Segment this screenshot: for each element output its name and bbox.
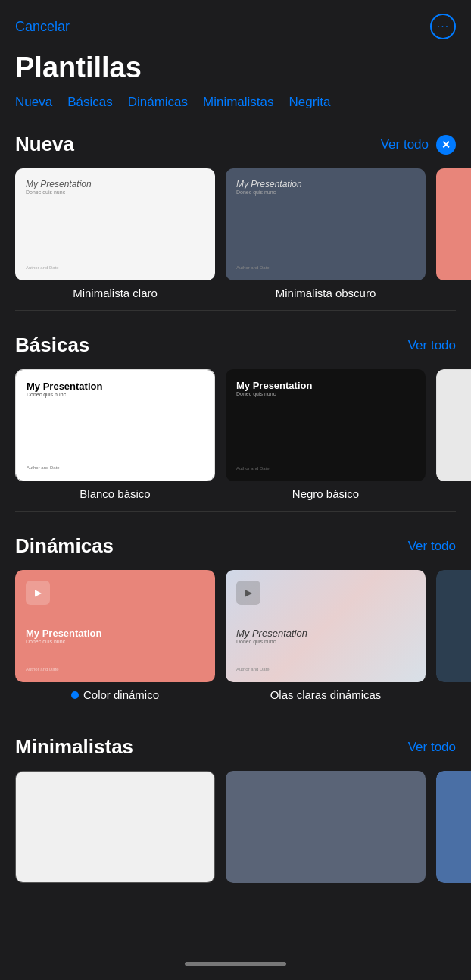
- play-icon-color: ▶: [26, 581, 50, 605]
- thumb-dynamic-waves-subtitle: Donec quis nunc: [236, 639, 415, 644]
- template-thumb-dark-partial: [436, 570, 471, 682]
- dynamic-color-label-text: Color dinámico: [83, 688, 159, 701]
- template-partial-pink[interactable]: [436, 168, 471, 299]
- section-dinamicas: Dinámicas Ver todo ▶ My Presentation Don…: [0, 524, 471, 712]
- section-minimalistas: Minimalistas Ver todo: [0, 725, 471, 894]
- thumb-pres-subtitle-dark: Donec quis nunc: [236, 189, 415, 195]
- template-dynamic-waves[interactable]: ▶ My Presentation Donec quis nunc Author…: [226, 570, 426, 701]
- thumb-dynamic-waves-title: My Presentation: [236, 628, 415, 639]
- template-label-basic-black: Negro básico: [292, 487, 359, 500]
- thumb-basic-black-title: My Presentation: [236, 380, 415, 391]
- template-basic-black[interactable]: My Presentation Donec quis nunc Author a…: [226, 369, 426, 500]
- template-partial-white[interactable]: [436, 369, 471, 500]
- template-minimalist-light[interactable]: My Presentation Donec quis nunc Author a…: [15, 168, 215, 299]
- tab-minimalistas[interactable]: Minimalistas: [203, 95, 274, 110]
- template-label-dynamic-waves: Olas claras dinámicas: [270, 688, 382, 701]
- home-indicator: [185, 962, 286, 966]
- template-min2-dark[interactable]: [226, 771, 426, 883]
- template-min2-light[interactable]: [15, 771, 215, 883]
- basicas-templates-row: My Presentation Donec quis nunc Author a…: [15, 369, 456, 511]
- selected-dot: [71, 691, 79, 699]
- template-thumb-white-partial: [436, 369, 471, 481]
- section-basicas: Básicas Ver todo My Presentation Donec q…: [0, 323, 471, 511]
- more-dots-icon: ···: [437, 20, 449, 33]
- template-thumb-min2-accent: [436, 771, 471, 883]
- page-title: Plantillas: [0, 47, 471, 95]
- thumb-basic-white-subtitle: Donec quis nunc: [27, 392, 204, 397]
- template-thumb-dynamic-color: ▶ My Presentation Donec quis nunc Author…: [15, 570, 215, 682]
- thumb-dynamic-color-author: Author and Date: [26, 667, 204, 672]
- thumb-basic-white-author: Author and Date: [27, 465, 204, 470]
- template-thumb-dynamic-waves: ▶ My Presentation Donec quis nunc Author…: [226, 570, 426, 682]
- ver-todo-nueva[interactable]: Ver todo: [381, 137, 429, 152]
- cancel-button[interactable]: Cancelar: [15, 19, 70, 35]
- thumb-pres-author-dark: Author and Date: [236, 265, 415, 270]
- category-tabs: Nueva Básicas Dinámicas Minimalistas Neg…: [0, 95, 471, 122]
- more-options-button[interactable]: ···: [430, 14, 456, 39]
- section-nueva-title: Nueva: [15, 133, 74, 156]
- close-nueva-badge[interactable]: ✕: [436, 135, 456, 155]
- template-label-dynamic-color: Color dinámico: [71, 688, 159, 701]
- close-icon: ✕: [441, 139, 451, 151]
- thumb-pres-subtitle: Donec quis nunc: [26, 189, 204, 195]
- thumb-dynamic-waves-author: Author and Date: [236, 667, 415, 672]
- thumb-pres-title: My Presentation: [26, 179, 204, 189]
- thumb-basic-white-title: My Presentation: [27, 380, 204, 392]
- template-thumb-pink-partial: [436, 168, 471, 280]
- template-thumb-min2-dark: [226, 771, 426, 883]
- template-label-minimalist-light: Minimalista claro: [73, 286, 158, 299]
- template-thumb-minimalist-light: My Presentation Donec quis nunc Author a…: [15, 168, 215, 280]
- template-thumb-basic-black: My Presentation Donec quis nunc Author a…: [226, 369, 426, 481]
- template-dynamic-color[interactable]: ▶ My Presentation Donec quis nunc Author…: [15, 570, 215, 701]
- template-label-minimalist-dark: Minimalista obscuro: [276, 286, 376, 299]
- template-thumb-min2-light: [15, 771, 215, 883]
- tab-dinamicas[interactable]: Dinámicas: [128, 95, 188, 110]
- template-thumb-minimalist-dark: My Presentation Donec quis nunc Author a…: [226, 168, 426, 280]
- thumb-basic-black-subtitle: Donec quis nunc: [236, 391, 415, 396]
- template-min2-accent[interactable]: [436, 771, 471, 883]
- ver-todo-minimalistas[interactable]: Ver todo: [408, 740, 456, 755]
- tab-basicas[interactable]: Básicas: [67, 95, 113, 110]
- template-basic-white[interactable]: My Presentation Donec quis nunc Author a…: [15, 369, 215, 500]
- template-minimalist-dark[interactable]: My Presentation Donec quis nunc Author a…: [226, 168, 426, 299]
- dinamicas-templates-row: ▶ My Presentation Donec quis nunc Author…: [15, 570, 456, 712]
- tab-nueva[interactable]: Nueva: [15, 95, 52, 110]
- section-minimalistas-title: Minimalistas: [15, 735, 133, 759]
- play-icon-waves: ▶: [236, 581, 260, 605]
- section-nueva: Nueva Ver todo ✕ My Presentation Donec q…: [0, 122, 471, 310]
- ver-todo-dinamicas[interactable]: Ver todo: [408, 539, 456, 554]
- template-thumb-basic-white: My Presentation Donec quis nunc Author a…: [15, 369, 215, 481]
- ver-todo-basicas[interactable]: Ver todo: [408, 338, 456, 353]
- nueva-templates-row: My Presentation Donec quis nunc Author a…: [15, 168, 456, 310]
- thumb-dynamic-color-title: My Presentation: [26, 628, 204, 639]
- thumb-dynamic-color-subtitle: Donec quis nunc: [26, 639, 204, 644]
- section-dinamicas-title: Dinámicas: [15, 534, 114, 558]
- thumb-pres-author: Author and Date: [26, 265, 204, 270]
- section-basicas-title: Básicas: [15, 333, 89, 357]
- template-label-basic-white: Blanco básico: [80, 487, 150, 500]
- thumb-basic-black-author: Author and Date: [236, 466, 415, 471]
- template-partial-dark[interactable]: [436, 570, 471, 701]
- tab-negrita[interactable]: Negrita: [289, 95, 331, 110]
- thumb-pres-title-dark: My Presentation: [236, 179, 415, 189]
- minimalistas-templates-row: [15, 771, 456, 894]
